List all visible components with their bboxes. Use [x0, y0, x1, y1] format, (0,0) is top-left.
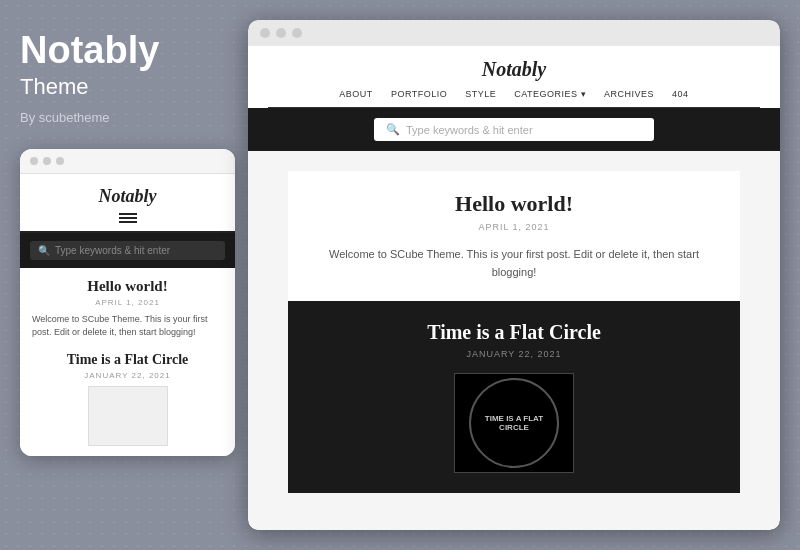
nav-404[interactable]: 404: [672, 89, 689, 99]
desktop-titlebar: [248, 20, 780, 46]
search-icon: 🔍: [38, 245, 50, 256]
left-panel: Notably Theme By scubetheme Notably 🔍 Ty…: [0, 0, 248, 550]
mobile-post-date-2: JANUARY 22, 2021: [32, 371, 223, 380]
desktop-site-title: Notably: [268, 58, 760, 81]
mobile-search-bar: 🔍 Type keywords & hit enter: [20, 233, 235, 268]
desktop-site-header: Notably ABOUT PORTFOLIO STYLE CATEGORIES…: [248, 46, 780, 108]
desktop-search-placeholder: Type keywords & hit enter: [406, 124, 533, 136]
nav-style[interactable]: STYLE: [465, 89, 496, 99]
mobile-post-excerpt-1: Welcome to SCube Theme. This is your fir…: [32, 313, 223, 340]
desktop-search-bar: 🔍 Type keywords & hit enter: [248, 108, 780, 151]
mobile-menu-icon[interactable]: [30, 213, 225, 223]
desktop-dot-3: [292, 28, 302, 38]
mobile-post-image-2: [88, 386, 168, 446]
desktop-browser-content: Notably ABOUT PORTFOLIO STYLE CATEGORIES…: [248, 46, 780, 530]
dot-2: [43, 157, 51, 165]
circle-text-image: TIME IS A FLAT CIRCLE: [469, 378, 559, 468]
mobile-post-title-1: Hello world!: [32, 278, 223, 295]
nav-archives[interactable]: ARCHIVES: [604, 89, 654, 99]
mobile-mockup: Notably 🔍 Type keywords & hit enter Hell…: [20, 149, 235, 456]
desktop-dot-1: [260, 28, 270, 38]
theme-title: Notably: [20, 30, 159, 72]
desktop-post-2: Time is a Flat Circle JANUARY 22, 2021 T…: [288, 301, 740, 493]
hamburger-icon[interactable]: [119, 213, 137, 223]
dot-1: [30, 157, 38, 165]
right-panel: Notably ABOUT PORTFOLIO STYLE CATEGORIES…: [248, 0, 800, 550]
desktop-dot-2: [276, 28, 286, 38]
desktop-search-icon: 🔍: [386, 123, 400, 136]
mobile-search-placeholder: Type keywords & hit enter: [55, 245, 170, 256]
nav-about[interactable]: ABOUT: [339, 89, 373, 99]
desktop-posts: Hello world! APRIL 1, 2021 Welcome to SC…: [248, 151, 780, 530]
desktop-post-excerpt-1: Welcome to SCube Theme. This is your fir…: [318, 246, 710, 281]
mobile-titlebar: [20, 149, 235, 174]
mobile-post-title-2: Time is a Flat Circle: [32, 352, 223, 368]
theme-subtitle: Theme: [20, 74, 88, 100]
desktop-post-title-1: Hello world!: [318, 191, 710, 217]
mobile-site-title: Notably: [30, 186, 225, 207]
dot-3: [56, 157, 64, 165]
nav-portfolio[interactable]: PORTFOLIO: [391, 89, 447, 99]
desktop-post-image-2: TIME IS A FLAT CIRCLE: [454, 373, 574, 473]
nav-categories[interactable]: CATEGORIES ▾: [514, 89, 586, 99]
theme-author: By scubetheme: [20, 110, 110, 125]
mobile-content: Hello world! APRIL 1, 2021 Welcome to SC…: [20, 268, 235, 456]
desktop-post-title-2: Time is a Flat Circle: [427, 321, 601, 344]
mobile-header: Notably: [20, 174, 235, 233]
desktop-post-1: Hello world! APRIL 1, 2021 Welcome to SC…: [288, 171, 740, 301]
mobile-post-date-1: APRIL 1, 2021: [32, 298, 223, 307]
desktop-post-date-1: APRIL 1, 2021: [318, 222, 710, 232]
desktop-nav: ABOUT PORTFOLIO STYLE CATEGORIES ▾ ARCHI…: [268, 89, 760, 108]
desktop-post-date-2: JANUARY 22, 2021: [466, 349, 561, 359]
mobile-search-box[interactable]: 🔍 Type keywords & hit enter: [30, 241, 225, 260]
desktop-mockup: Notably ABOUT PORTFOLIO STYLE CATEGORIES…: [248, 20, 780, 530]
desktop-search-input[interactable]: 🔍 Type keywords & hit enter: [374, 118, 654, 141]
